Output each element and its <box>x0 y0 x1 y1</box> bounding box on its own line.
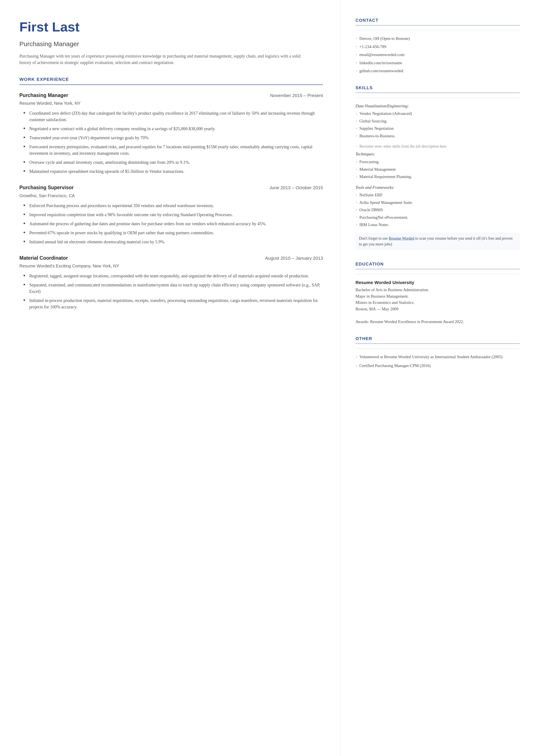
list-item: Initiated annual bid on electronic eleme… <box>21 238 323 245</box>
list-item: Transcended year-over-year (YoY) departm… <box>21 134 323 141</box>
header: First Last Purchasing Manager Purchasing… <box>19 17 323 66</box>
skills-category-2: Techniques: Forecasting. Material Manage… <box>355 151 520 180</box>
list-item: github.com/resumeworded <box>355 68 520 74</box>
rw-note: Don't forget to use Resume Worded to sca… <box>355 233 520 250</box>
list-item: Automated the process of gathering due d… <box>21 220 323 227</box>
skills-category-1: Data Visualization/Engineering: Vendor N… <box>355 103 520 139</box>
candidate-name: First Last <box>19 17 323 37</box>
education-section: EDUCATION Resume Worded University Bache… <box>355 261 520 325</box>
other-list: Volunteered at Resume Worded University … <box>355 354 520 369</box>
list-item: Coordinated zero defect (ZD) day that ca… <box>21 110 323 123</box>
job-1: Purchasing Manager November 2015 – Prese… <box>19 92 323 175</box>
skills-category-1-list: Vendor Negotiation (Advanced) Global Sou… <box>355 111 520 139</box>
skills-category-3-list: NetSuite ERP. Ariba Spend Management Sui… <box>355 192 520 228</box>
left-column: First Last Purchasing Manager Purchasing… <box>0 0 340 756</box>
list-item: Separated, examined, and communicated re… <box>21 282 323 294</box>
edu-school: Resume Worded University <box>355 279 520 286</box>
job-1-dates: November 2015 – Present <box>270 92 323 99</box>
recruiter-note: Recruiter note: enter skills from the jo… <box>355 144 520 149</box>
work-experience-heading: WORK EXPERIENCE <box>19 76 323 85</box>
job-3-dates: August 2010 – January 2013 <box>265 255 323 262</box>
job-2-dates: June 2013 – October 2015 <box>269 184 323 191</box>
other-divider <box>355 349 520 349</box>
job-1-header: Purchasing Manager November 2015 – Prese… <box>19 92 323 99</box>
list-item: Volunteered at Resume Worded University … <box>355 354 520 360</box>
list-item: Business-to-Business. <box>355 133 520 139</box>
right-column: CONTACT Denver, OH (Open to Remote) +1-2… <box>340 0 535 756</box>
list-item: +1-234-456-789 <box>355 44 520 50</box>
list-item: Maintained expansive spreadsheet trackin… <box>21 168 323 175</box>
list-item: Material Management <box>355 166 520 172</box>
skills-category-2-title: Techniques: <box>355 151 520 157</box>
list-item: Supplier Negotiation <box>355 126 520 131</box>
list-item: Forecasting. <box>355 159 520 165</box>
list-item: linkedin.com/in/username <box>355 60 520 66</box>
contact-heading: CONTACT <box>355 17 520 25</box>
list-item: Oversaw cycle and annual inventory count… <box>21 159 323 165</box>
job-1-bullets: Coordinated zero defect (ZD) day that ca… <box>19 110 323 175</box>
contact-section: CONTACT Denver, OH (Open to Remote) +1-2… <box>355 17 520 74</box>
edu-major: Major in Business Management. <box>355 294 409 298</box>
resume-page: First Last Purchasing Manager Purchasing… <box>0 0 535 756</box>
other-heading: OTHER <box>355 336 520 344</box>
list-item: Enforced Purchasing process and procedur… <box>21 202 323 209</box>
edu-minors: Minors in Economics and Statistics. <box>355 300 414 305</box>
job-2-title: Purchasing Supervisor <box>19 184 74 191</box>
list-item: Prevented 67% upscale in power stocks by… <box>21 230 323 236</box>
list-item: Forecasted inventory prerequisites, eval… <box>21 144 323 156</box>
skills-category-2-list: Forecasting. Material Management Materia… <box>355 159 520 180</box>
list-item: IBM Lotus Notes. <box>355 222 520 228</box>
job-3-header: Material Coordinator August 2010 – Janua… <box>19 255 323 262</box>
skills-category-1-title: Data Visualization/Engineering: <box>355 103 520 109</box>
list-item: Registered, tagged, assigned storage loc… <box>21 273 323 279</box>
contact-list: Denver, OH (Open to Remote) +1-234-456-7… <box>355 36 520 74</box>
job-2-header: Purchasing Supervisor June 2013 – Octobe… <box>19 184 323 191</box>
list-item: Vendor Negotiation (Advanced) <box>355 111 520 117</box>
list-item: Negotiated a new contract with a global … <box>21 126 323 132</box>
job-2-company: Growthsi, San Francisco, CA <box>19 193 323 199</box>
list-item: Denver, OH (Open to Remote) <box>355 36 520 42</box>
list-item: Initiated in-process production reports,… <box>21 297 323 310</box>
other-section: OTHER Volunteered at Resume Worded Unive… <box>355 336 520 369</box>
edu-awards: Awards: Resume Worded Excellence in Proc… <box>355 320 464 324</box>
list-item: Improved requisition completion time wit… <box>21 211 323 218</box>
edu-location-date: Boston, MA — May 2009 <box>355 307 398 311</box>
list-item: Global Sourcing. <box>355 118 520 124</box>
job-3-bullets: Registered, tagged, assigned storage loc… <box>19 273 323 310</box>
work-experience-section: WORK EXPERIENCE Purchasing Manager Novem… <box>19 76 323 310</box>
list-item: email@resumeworded.com <box>355 52 520 58</box>
job-3: Material Coordinator August 2010 – Janua… <box>19 255 323 310</box>
education-heading: EDUCATION <box>355 261 520 269</box>
rw-link[interactable]: Resume Worded <box>389 236 414 240</box>
edu-degree: Bachelor of Arts in Business Administrat… <box>355 288 429 292</box>
list-item: Material Requirement Planning. <box>355 174 520 180</box>
job-2-bullets: Enforced Purchasing process and procedur… <box>19 202 323 245</box>
skills-divider <box>355 98 520 98</box>
skills-category-3-title: Tools and Frameworks: <box>355 184 520 190</box>
skills-category-3: Tools and Frameworks: NetSuite ERP. Arib… <box>355 184 520 228</box>
skills-section: SKILLS Data Visualization/Engineering: V… <box>355 85 520 250</box>
candidate-title: Purchasing Manager <box>19 39 323 49</box>
edu-detail: Bachelor of Arts in Business Administrat… <box>355 287 520 325</box>
candidate-summary: Purchasing Manager with ten years of exp… <box>19 53 310 66</box>
list-item: Oracle DBMS <box>355 207 520 213</box>
list-item: Ariba Spend Management Suite. <box>355 200 520 206</box>
list-item: Certified Purchasing Manager-CPM (2016) <box>355 363 520 369</box>
list-item: NetSuite ERP. <box>355 192 520 198</box>
list-item: PurchasingNet eProcurement. <box>355 214 520 220</box>
job-2: Purchasing Supervisor June 2013 – Octobe… <box>19 184 323 245</box>
job-1-company: Resume Worded, New York, NY <box>19 100 323 106</box>
job-1-title: Purchasing Manager <box>19 92 68 99</box>
skills-heading: SKILLS <box>355 85 520 93</box>
job-3-company: Resume Worded's Exciting Company, New Yo… <box>19 263 323 269</box>
job-3-title: Material Coordinator <box>19 255 68 262</box>
